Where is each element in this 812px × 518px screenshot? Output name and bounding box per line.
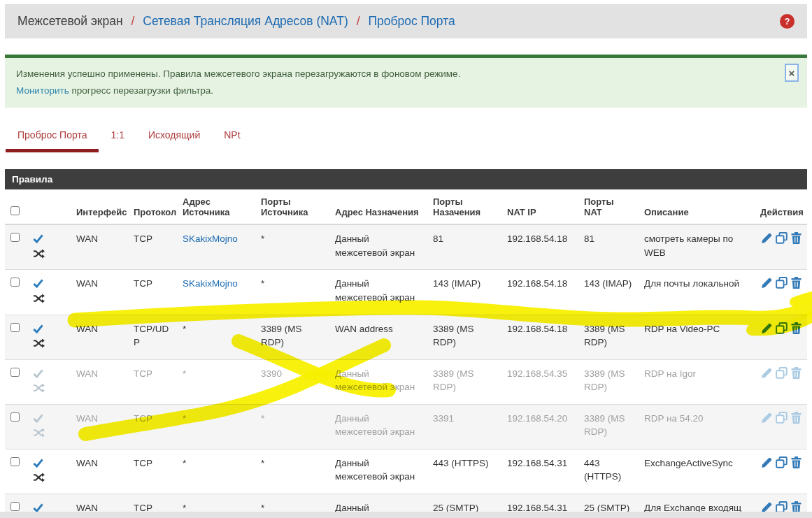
cell-protocol: TCP (128, 404, 177, 449)
row-actions-cell (755, 315, 807, 359)
cell-source-address: * (177, 404, 255, 449)
rule-enabled-check-icon[interactable] (33, 278, 43, 292)
delete-trash-icon[interactable] (791, 456, 802, 473)
rules-table: Интерфейс Протокол Адрес Источника Порты… (5, 189, 807, 518)
cell-protocol: TCP (128, 359, 177, 404)
breadcrumb-firewall: Межсетевой экран (17, 14, 123, 28)
edit-pencil-icon[interactable] (761, 457, 772, 473)
row-select-cell (5, 224, 27, 270)
table-row: WAN TCP * 3390 Данный межсетевой экран 3… (5, 359, 807, 404)
header-dest-ports: Порты Назачения (427, 189, 501, 224)
table-row: WAN TCP/UDP * 3389 (MS RDP) WAN address … (5, 315, 807, 359)
rule-enabled-check-icon[interactable] (33, 368, 43, 382)
row-checkbox[interactable] (10, 457, 20, 466)
close-icon[interactable]: × (785, 64, 799, 82)
cell-protocol: TCP (128, 224, 177, 270)
delete-trash-icon[interactable] (791, 412, 802, 428)
delete-trash-icon[interactable] (791, 277, 802, 293)
cell-dest-ports: 3389 (MS RDP) (427, 315, 501, 359)
row-checkbox[interactable] (10, 233, 20, 242)
cell-dest-address: Данный межсетевой экран (329, 359, 427, 404)
select-all-checkbox[interactable] (10, 206, 20, 215)
cell-nat-ports: 143 (IMAP) (578, 270, 639, 315)
delete-trash-icon[interactable] (791, 322, 802, 338)
cell-description: смотреть камеры по WEB (639, 224, 755, 270)
copy-icon[interactable] (776, 322, 788, 338)
cell-dest-address: WAN address (329, 315, 427, 359)
cell-source-ports: 3389 (MS RDP) (255, 315, 329, 359)
cell-source-ports: 3390 (255, 359, 329, 404)
row-status-cell (27, 224, 71, 270)
rule-enabled-check-icon[interactable] (33, 458, 43, 472)
row-checkbox[interactable] (10, 502, 20, 511)
cell-dest-address: Данный межсетевой экран (329, 449, 427, 494)
copy-icon[interactable] (776, 456, 788, 473)
header-actions: Действия (755, 189, 807, 224)
rules-table-body: WAN TCP SKakixMojno * Данный межсетевой … (5, 224, 807, 518)
cell-nat-ip: 192.168.54.35 (501, 359, 578, 404)
row-status-cell (27, 315, 71, 359)
cell-nat-ip: 192.168.54.18 (501, 224, 578, 270)
cell-protocol: TCP/UDP (128, 315, 177, 359)
edit-pencil-icon[interactable] (761, 323, 772, 338)
row-actions-cell (755, 449, 807, 494)
cell-description: RDP на Video-PC (639, 315, 755, 359)
edit-pencil-icon[interactable] (761, 278, 772, 293)
header-description: Описание (639, 189, 755, 224)
breadcrumb-separator: / (131, 14, 135, 28)
edit-pencil-icon[interactable] (761, 233, 772, 248)
row-status-cell (27, 270, 71, 315)
rules-panel: Правила Интерфейс Протокол Адрес Источни… (5, 169, 807, 518)
row-select-cell (5, 359, 27, 404)
edit-pencil-icon[interactable] (761, 368, 772, 383)
footer-strip (0, 512, 812, 518)
shuffle-random-icon (33, 473, 45, 487)
breadcrumb-nat-link[interactable]: Сетевая Трансляция Адресов (NAT) (143, 14, 348, 28)
row-checkbox[interactable] (10, 323, 20, 332)
cell-nat-ports: 3389 (MS RDP) (578, 315, 639, 359)
header-nat-ports: Порты NAT (578, 189, 639, 224)
rule-enabled-check-icon[interactable] (33, 413, 43, 427)
copy-icon[interactable] (776, 232, 788, 248)
cell-source-address: SKakixMojno (177, 270, 255, 315)
cell-dest-address: Данный межсетевой экран (329, 404, 427, 449)
tab-outbound[interactable]: Исходящий (136, 127, 212, 152)
cell-source-address: * (177, 449, 255, 494)
cell-source-ports: * (255, 404, 329, 449)
table-row: WAN TCP * * Данный межсетевой экран 443 … (5, 449, 807, 494)
tab-1-1[interactable]: 1:1 (99, 127, 136, 152)
rule-enabled-check-icon[interactable] (33, 233, 43, 247)
row-actions-cell (755, 404, 807, 449)
shuffle-random-icon (33, 249, 45, 263)
row-checkbox[interactable] (10, 412, 20, 422)
rule-enabled-check-icon[interactable] (33, 324, 43, 338)
cell-interface: WAN (71, 359, 128, 404)
breadcrumb-separator: / (357, 14, 360, 28)
tab-port-forward[interactable]: Проброс Порта (6, 127, 99, 152)
table-row: WAN TCP SKakixMojno * Данный межсетевой … (5, 224, 807, 270)
copy-icon[interactable] (776, 412, 788, 428)
breadcrumb-portforward-link[interactable]: Проброс Порта (368, 14, 455, 28)
tab-npt[interactable]: NPt (212, 127, 252, 152)
cell-description: RDP на 54.20 (639, 404, 755, 449)
cell-description: ExchangeActiveSync (639, 449, 755, 494)
cell-description: Для почты локальной (639, 270, 755, 315)
row-checkbox[interactable] (10, 278, 20, 287)
monitor-link[interactable]: Мониторить (16, 85, 69, 96)
shuffle-random-icon (33, 383, 45, 397)
cell-dest-address: Данный межсетевой экран (329, 224, 427, 270)
copy-icon[interactable] (776, 277, 788, 293)
row-checkbox[interactable] (10, 368, 20, 377)
cell-source-ports: * (255, 270, 329, 315)
copy-icon[interactable] (776, 367, 788, 383)
delete-trash-icon[interactable] (791, 232, 802, 248)
alert-message: Изменения успешно применены. Правила меж… (16, 69, 460, 79)
cell-dest-ports: 3391 (427, 404, 501, 449)
help-icon[interactable]: ? (780, 14, 795, 29)
row-status-cell (27, 404, 71, 449)
cell-protocol: TCP (128, 270, 177, 315)
edit-pencil-icon[interactable] (761, 412, 772, 428)
delete-trash-icon[interactable] (791, 367, 802, 383)
alert-message-rest: прогресс перезагрузки фильтра. (69, 85, 213, 96)
header-interface: Интерфейс (71, 189, 128, 224)
